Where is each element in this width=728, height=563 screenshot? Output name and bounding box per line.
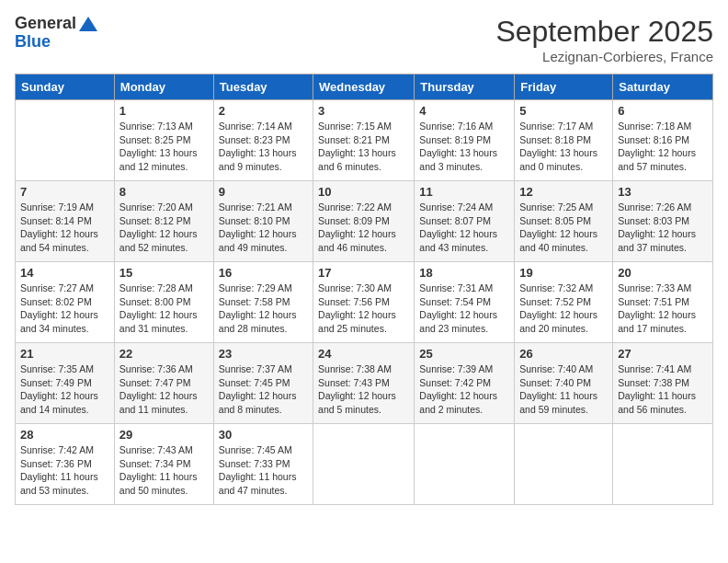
day-number: 1: [119, 104, 209, 118]
day-number: 24: [318, 347, 409, 361]
day-info: Sunrise: 7:37 AMSunset: 7:45 PMDaylight:…: [219, 362, 308, 417]
day-number: 26: [519, 347, 608, 361]
day-info: Sunrise: 7:13 AMSunset: 8:25 PMDaylight:…: [119, 120, 209, 174]
day-number: 18: [419, 266, 509, 280]
day-number: 15: [119, 266, 209, 280]
day-number: 21: [20, 347, 109, 361]
calendar-cell: 24Sunrise: 7:38 AMSunset: 7:43 PMDayligh…: [313, 343, 415, 424]
calendar-cell: 12Sunrise: 7:25 AMSunset: 8:05 PMDayligh…: [515, 181, 613, 262]
day-info: Sunrise: 7:19 AMSunset: 8:14 PMDaylight:…: [20, 201, 109, 255]
calendar-cell: 25Sunrise: 7:39 AMSunset: 7:42 PMDayligh…: [415, 343, 515, 424]
calendar-week-1: 1Sunrise: 7:13 AMSunset: 8:25 PMDaylight…: [16, 100, 713, 181]
day-info: Sunrise: 7:39 AMSunset: 7:42 PMDaylight:…: [419, 362, 509, 417]
day-number: 22: [119, 347, 209, 361]
day-number: 16: [219, 266, 308, 280]
day-info: Sunrise: 7:15 AMSunset: 8:21 PMDaylight:…: [318, 120, 409, 174]
day-info: Sunrise: 7:17 AMSunset: 8:18 PMDaylight:…: [519, 120, 608, 174]
day-info: Sunrise: 7:32 AMSunset: 7:52 PMDaylight:…: [519, 282, 608, 336]
calendar-cell: 22Sunrise: 7:36 AMSunset: 7:47 PMDayligh…: [114, 343, 213, 424]
day-info: Sunrise: 7:21 AMSunset: 8:10 PMDaylight:…: [219, 201, 308, 255]
day-number: 11: [419, 185, 509, 199]
calendar-cell: 15Sunrise: 7:28 AMSunset: 8:00 PMDayligh…: [114, 262, 213, 343]
calendar-cell: 28Sunrise: 7:42 AMSunset: 7:36 PMDayligh…: [16, 424, 115, 505]
calendar-cell: 6Sunrise: 7:18 AMSunset: 8:16 PMDaylight…: [613, 100, 713, 181]
day-number: 8: [119, 185, 209, 199]
calendar-cell: 14Sunrise: 7:27 AMSunset: 8:02 PMDayligh…: [16, 262, 115, 343]
calendar-week-5: 28Sunrise: 7:42 AMSunset: 7:36 PMDayligh…: [16, 424, 713, 505]
svg-marker-0: [79, 17, 97, 31]
logo-blue-text: Blue: [15, 32, 51, 51]
col-thursday: Thursday: [415, 75, 515, 100]
calendar-cell: 19Sunrise: 7:32 AMSunset: 7:52 PMDayligh…: [515, 262, 613, 343]
calendar-cell: 2Sunrise: 7:14 AMSunset: 8:23 PMDaylight…: [213, 100, 313, 181]
day-info: Sunrise: 7:38 AMSunset: 7:43 PMDaylight:…: [318, 362, 409, 417]
logo: General Blue: [15, 15, 100, 52]
day-info: Sunrise: 7:31 AMSunset: 7:54 PMDaylight:…: [419, 282, 509, 336]
day-info: Sunrise: 7:14 AMSunset: 8:23 PMDaylight:…: [219, 120, 308, 174]
day-number: 5: [519, 104, 608, 118]
col-tuesday: Tuesday: [213, 75, 313, 100]
col-saturday: Saturday: [613, 75, 713, 100]
calendar-cell: 29Sunrise: 7:43 AMSunset: 7:34 PMDayligh…: [114, 424, 213, 505]
day-number: 7: [20, 185, 109, 199]
calendar-cell: 9Sunrise: 7:21 AMSunset: 8:10 PMDaylight…: [213, 181, 313, 262]
day-number: 30: [219, 428, 308, 442]
calendar-cell: 5Sunrise: 7:17 AMSunset: 8:18 PMDaylight…: [515, 100, 613, 181]
calendar-cell: 1Sunrise: 7:13 AMSunset: 8:25 PMDaylight…: [114, 100, 213, 181]
calendar-cell: 27Sunrise: 7:41 AMSunset: 7:38 PMDayligh…: [613, 343, 713, 424]
day-info: Sunrise: 7:18 AMSunset: 8:16 PMDaylight:…: [618, 120, 708, 174]
day-info: Sunrise: 7:16 AMSunset: 8:19 PMDaylight:…: [419, 120, 509, 174]
col-monday: Monday: [114, 75, 213, 100]
day-info: Sunrise: 7:36 AMSunset: 7:47 PMDaylight:…: [119, 362, 209, 417]
day-number: 17: [318, 266, 409, 280]
day-number: 12: [519, 185, 608, 199]
day-number: 2: [219, 104, 308, 118]
day-number: 25: [419, 347, 509, 361]
calendar-week-2: 7Sunrise: 7:19 AMSunset: 8:14 PMDaylight…: [16, 181, 713, 262]
calendar-cell: 3Sunrise: 7:15 AMSunset: 8:21 PMDaylight…: [313, 100, 415, 181]
logo-general-text: General: [15, 14, 76, 32]
day-info: Sunrise: 7:35 AMSunset: 7:49 PMDaylight:…: [20, 362, 109, 417]
title-block: September 2025 Lezignan-Corbieres, Franc…: [495, 15, 713, 64]
day-info: Sunrise: 7:40 AMSunset: 7:40 PMDaylight:…: [519, 362, 608, 417]
calendar-cell: 4Sunrise: 7:16 AMSunset: 8:19 PMDaylight…: [415, 100, 515, 181]
col-sunday: Sunday: [16, 75, 115, 100]
day-number: 10: [318, 185, 409, 199]
calendar-cell: 11Sunrise: 7:24 AMSunset: 8:07 PMDayligh…: [415, 181, 515, 262]
day-info: Sunrise: 7:43 AMSunset: 7:34 PMDaylight:…: [119, 443, 209, 498]
calendar-cell: 20Sunrise: 7:33 AMSunset: 7:51 PMDayligh…: [613, 262, 713, 343]
calendar-cell: 18Sunrise: 7:31 AMSunset: 7:54 PMDayligh…: [415, 262, 515, 343]
header-row: Sunday Monday Tuesday Wednesday Thursday…: [16, 75, 713, 100]
day-info: Sunrise: 7:25 AMSunset: 8:05 PMDaylight:…: [519, 201, 608, 255]
day-info: Sunrise: 7:26 AMSunset: 8:03 PMDaylight:…: [618, 201, 708, 255]
day-info: Sunrise: 7:27 AMSunset: 8:02 PMDaylight:…: [20, 282, 109, 336]
calendar-cell: 7Sunrise: 7:19 AMSunset: 8:14 PMDaylight…: [16, 181, 115, 262]
calendar-cell: 26Sunrise: 7:40 AMSunset: 7:40 PMDayligh…: [515, 343, 613, 424]
day-info: Sunrise: 7:29 AMSunset: 7:58 PMDaylight:…: [219, 282, 308, 336]
calendar-table: Sunday Monday Tuesday Wednesday Thursday…: [15, 74, 713, 505]
day-info: Sunrise: 7:30 AMSunset: 7:56 PMDaylight:…: [318, 282, 409, 336]
calendar-cell: [313, 424, 415, 505]
calendar-cell: 13Sunrise: 7:26 AMSunset: 8:03 PMDayligh…: [613, 181, 713, 262]
calendar-cell: [16, 100, 115, 181]
calendar-cell: 21Sunrise: 7:35 AMSunset: 7:49 PMDayligh…: [16, 343, 115, 424]
calendar-cell: 16Sunrise: 7:29 AMSunset: 7:58 PMDayligh…: [213, 262, 313, 343]
day-info: Sunrise: 7:24 AMSunset: 8:07 PMDaylight:…: [419, 201, 509, 255]
day-number: 14: [20, 266, 109, 280]
col-wednesday: Wednesday: [313, 75, 415, 100]
calendar-week-4: 21Sunrise: 7:35 AMSunset: 7:49 PMDayligh…: [16, 343, 713, 424]
calendar-cell: [515, 424, 613, 505]
day-number: 6: [618, 104, 708, 118]
day-info: Sunrise: 7:28 AMSunset: 8:00 PMDaylight:…: [119, 282, 209, 336]
month-title: September 2025: [495, 15, 713, 49]
day-number: 4: [419, 104, 509, 118]
calendar-cell: 17Sunrise: 7:30 AMSunset: 7:56 PMDayligh…: [313, 262, 415, 343]
calendar-cell: 30Sunrise: 7:45 AMSunset: 7:33 PMDayligh…: [213, 424, 313, 505]
calendar-cell: 10Sunrise: 7:22 AMSunset: 8:09 PMDayligh…: [313, 181, 415, 262]
day-number: 29: [119, 428, 209, 442]
day-number: 28: [20, 428, 109, 442]
day-number: 23: [219, 347, 308, 361]
day-info: Sunrise: 7:22 AMSunset: 8:09 PMDaylight:…: [318, 201, 409, 255]
day-number: 13: [618, 185, 708, 199]
day-info: Sunrise: 7:42 AMSunset: 7:36 PMDaylight:…: [20, 443, 109, 498]
